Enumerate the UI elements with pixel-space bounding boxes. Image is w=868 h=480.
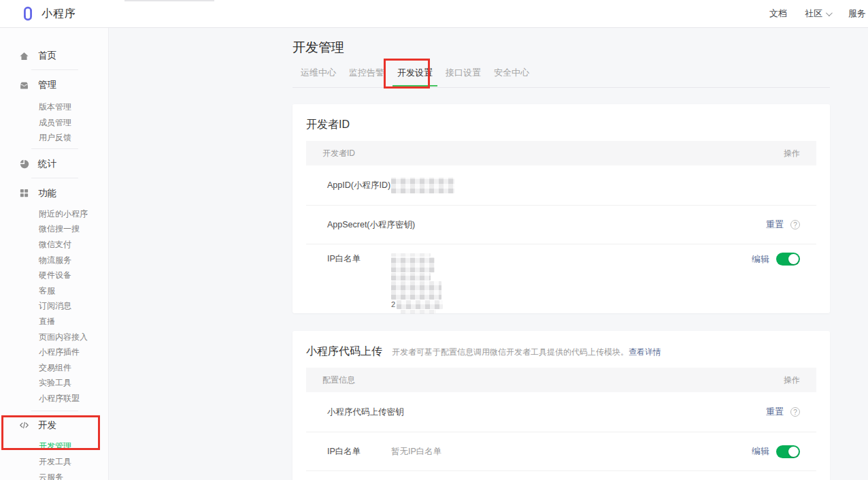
sidebar-item-trade-component[interactable]: 交易组件 [39, 360, 108, 376]
reset-appsecret-button[interactable]: 重置 [766, 219, 784, 231]
sidebar-item-plugins[interactable]: 小程序插件 [39, 345, 108, 360]
sidebar-item-label: 统计 [38, 158, 56, 170]
tab-dev-settings[interactable]: 开发设置 [397, 67, 433, 79]
appid-label: AppID(小程序ID) [327, 180, 391, 191]
pie-chart-icon [19, 159, 29, 169]
ip-whitelist-redacted-values: 2 [391, 253, 443, 314]
code-upload-description: 开发者可基于配置信息调用微信开发者工具提供的代码上传模块。查看详情 [392, 347, 661, 358]
sidebar-item-page-content[interactable]: 页面内容接入 [39, 330, 108, 345]
nav-docs[interactable]: 文档 [769, 7, 787, 20]
miniprogram-logo-icon [20, 6, 35, 21]
code-upload-title-row: 小程序代码上传 开发者可基于配置信息调用微信开发者工具提供的代码上传模块。查看详… [306, 331, 816, 359]
sidebar-item-member-manage[interactable]: 成员管理 [39, 115, 108, 131]
appsecret-label: AppSecret(小程序密钥) [327, 219, 391, 231]
code-upload-table-header: 配置信息 操作 [306, 368, 816, 392]
upload-key-label: 小程序代码上传密钥 [327, 406, 391, 418]
redacted-line [391, 281, 441, 300]
table-header-right: 操作 [784, 374, 800, 386]
sidebar-item-label: 管理 [38, 79, 56, 91]
sidebar-item-miniprogram-union[interactable]: 小程序联盟 [39, 391, 108, 406]
code-upload-card: 小程序代码上传 开发者可基于配置信息调用微信开发者工具提供的代码上传模块。查看详… [293, 331, 830, 480]
divider [31, 148, 78, 149]
manage-sub-list: 版本管理 成员管理 用户反馈 [0, 99, 108, 146]
ip-whitelist-toggle[interactable] [776, 253, 800, 266]
upload-ip-whitelist-value: 暂无IP白名单 [391, 446, 441, 458]
sidebar-item-label: 功能 [38, 187, 56, 199]
upload-ip-whitelist-label: IP白名单 [327, 446, 391, 458]
nav-services[interactable]: 服务 [848, 7, 866, 20]
sidebar-item-customer-service[interactable]: 客服 [39, 283, 108, 299]
sidebar-item-wechat-search[interactable]: 微信搜一搜 [39, 221, 108, 237]
top-header: 小程序 文档 社区 服务 [0, 0, 868, 28]
features-sub-list: 附近的小程序 微信搜一搜 微信支付 物流服务 硬件设备 客服 订阅消息 直播 页… [0, 206, 108, 406]
help-icon[interactable]: ? [790, 407, 800, 417]
table-header-left: 开发者ID [322, 148, 355, 159]
nav-community[interactable]: 社区 [805, 7, 831, 20]
view-details-link[interactable]: 查看详情 [629, 347, 661, 357]
sidebar-item-subscribe-message[interactable]: 订阅消息 [39, 298, 108, 314]
sidebar-item-manage[interactable]: 管理 [0, 78, 108, 92]
main-content: 开发管理 运维中心 监控告警 开发设置 接口设置 安全中心 开发者ID 开发者I… [293, 28, 830, 480]
table-row-appsecret: AppSecret(小程序密钥) 重置 ? [306, 206, 816, 244]
tab-bar: 运维中心 监控告警 开发设置 接口设置 安全中心 [293, 67, 830, 88]
redacted-line [391, 257, 435, 272]
edit-upload-ip-whitelist-button[interactable]: 编辑 [752, 445, 769, 458]
sidebar-item-version-manage[interactable]: 版本管理 [39, 99, 108, 115]
logo-title: 小程序 [41, 7, 76, 21]
sidebar-item-home[interactable]: 首页 [0, 49, 108, 63]
top-nav: 文档 社区 服务 [769, 7, 868, 20]
app-logo[interactable]: 小程序 [20, 6, 76, 21]
inbox-icon [19, 80, 29, 91]
code-icon [19, 420, 29, 430]
page-title: 开发管理 [293, 39, 830, 57]
redacted-line-partial: 2 [391, 300, 443, 309]
ip-whitelist-label: IP白名单 [327, 253, 391, 265]
chevron-down-icon [826, 10, 833, 16]
section-title-developer-id: 开发者ID [306, 104, 816, 132]
sidebar: 首页 管理 版本管理 成员管理 用户反馈 统计 功能 附近的小程序 微信搜一搜 [0, 28, 109, 480]
grid-icon [19, 188, 29, 198]
divider [31, 69, 78, 70]
sidebar-item-develop-manage[interactable]: 开发管理 [39, 438, 108, 454]
table-row-ip-whitelist: IP白名单 2 编辑 [306, 244, 816, 317]
ip-partial-char: 2 [391, 300, 395, 309]
appid-redacted-value [391, 178, 454, 193]
sidebar-item-logistics[interactable]: 物流服务 [39, 253, 108, 268]
tab-api-settings[interactable]: 接口设置 [446, 67, 481, 79]
top-edge-artifact [124, 0, 214, 1]
sidebar-item-cloud-service[interactable]: 云服务 [39, 470, 108, 480]
tab-ops-center[interactable]: 运维中心 [301, 67, 336, 79]
sidebar-item-statistics[interactable]: 统计 [0, 157, 108, 171]
sidebar-item-label: 首页 [38, 50, 56, 62]
sidebar-item-hardware[interactable]: 硬件设备 [39, 268, 108, 283]
sidebar-item-label: 开发 [38, 419, 56, 432]
developer-id-card: 开发者ID 开发者ID 操作 AppID(小程序ID) AppSecret(小程… [293, 104, 830, 313]
sidebar-item-nearby-miniprogram[interactable]: 附近的小程序 [39, 206, 108, 222]
sidebar-item-experiment-tools[interactable]: 实验工具 [39, 375, 108, 391]
sidebar-item-develop[interactable]: 开发 [0, 419, 108, 432]
redacted-line [391, 273, 431, 281]
divider [31, 178, 78, 178]
table-header-left: 配置信息 [322, 374, 355, 386]
developer-id-table-header: 开发者ID 操作 [306, 141, 816, 165]
table-row-upload-ip-whitelist: IP白名单 暂无IP白名单 编辑 [306, 432, 816, 471]
sidebar-item-user-feedback[interactable]: 用户反馈 [39, 130, 108, 146]
divider [31, 411, 78, 411]
redacted-line [401, 310, 436, 314]
tab-security-center[interactable]: 安全中心 [494, 67, 529, 79]
sidebar-item-features[interactable]: 功能 [0, 187, 108, 200]
help-icon[interactable]: ? [790, 220, 800, 229]
edit-ip-whitelist-button[interactable]: 编辑 [752, 253, 769, 266]
section-title-code-upload: 小程序代码上传 [306, 344, 382, 359]
table-row-upload-key: 小程序代码上传密钥 重置 ? [306, 392, 816, 432]
sidebar-item-develop-tools[interactable]: 开发工具 [39, 454, 108, 470]
upload-ip-whitelist-toggle[interactable] [776, 445, 800, 458]
sidebar-item-live[interactable]: 直播 [39, 314, 108, 330]
sidebar-item-wechat-pay[interactable]: 微信支付 [39, 237, 108, 253]
reset-upload-key-button[interactable]: 重置 [766, 406, 784, 418]
tab-monitor-alert[interactable]: 监控告警 [349, 67, 384, 79]
table-row-appid: AppID(小程序ID) [306, 165, 816, 206]
redacted-line [391, 253, 431, 257]
develop-sub-list: 开发管理 开发工具 云服务 [0, 438, 108, 480]
table-header-right: 操作 [784, 148, 800, 159]
